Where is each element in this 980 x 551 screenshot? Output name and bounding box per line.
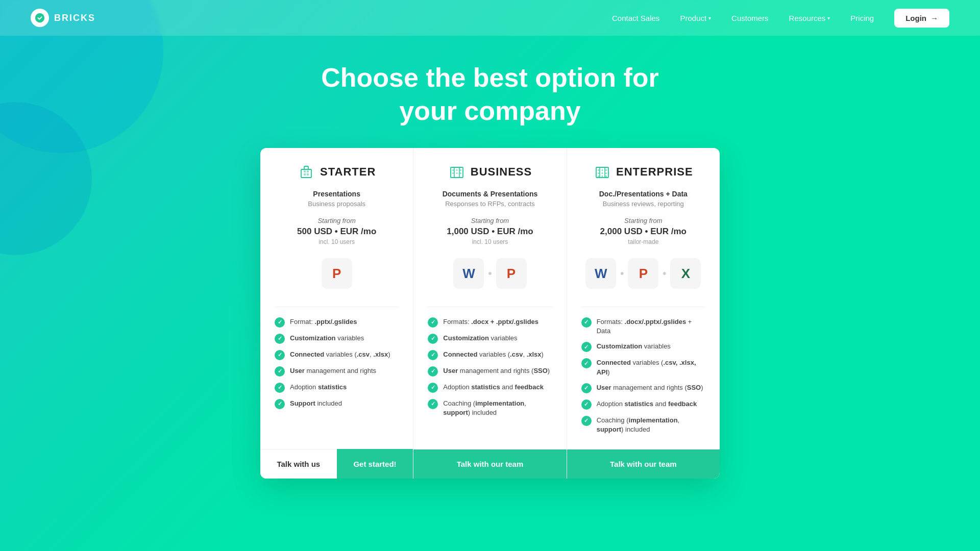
starter-features: Format: .pptx/.gslides Customization var… — [275, 312, 399, 414]
business-footer: Talk with our team — [413, 449, 566, 479]
check-icon — [581, 383, 592, 393]
enterprise-header: ENTERPRISE — [581, 163, 705, 181]
business-talk-button[interactable]: Talk with our team — [413, 449, 566, 479]
check-icon — [275, 399, 285, 409]
building-medium-icon — [448, 163, 465, 181]
svg-rect-11 — [456, 169, 457, 171]
feature-item: Adoption statistics and feedback — [428, 383, 552, 393]
feature-item: Customization variables — [428, 334, 552, 344]
resources-chevron-icon: ▾ — [827, 15, 830, 21]
nav-customers[interactable]: Customers — [731, 14, 769, 22]
svg-rect-2 — [304, 166, 308, 169]
main-content: Choose the best option for your company … — [0, 36, 980, 479]
feature-item: Format: .pptx/.gslides — [275, 317, 399, 328]
check-icon — [428, 399, 438, 409]
starter-title: STARTER — [320, 165, 376, 179]
starter-header: STARTER — [275, 163, 399, 181]
starter-app-icons: P — [275, 256, 399, 291]
enterprise-word-icon: W — [585, 258, 616, 289]
enterprise-app-icons: W • P • X — [581, 256, 705, 291]
navbar: BRICKS Contact Sales Product ▾ Customers… — [0, 0, 980, 36]
svg-rect-4 — [307, 173, 309, 176]
starter-get-started-button[interactable]: Get started! — [337, 449, 413, 479]
feature-item: Formats: .docx + .pptx/.gslides — [428, 317, 552, 328]
check-icon — [275, 383, 285, 393]
feature-item: Adoption statistics — [275, 383, 399, 393]
svg-rect-15 — [460, 172, 461, 174]
check-icon — [428, 334, 438, 344]
check-icon — [428, 317, 438, 328]
enterprise-excel-icon: X — [670, 258, 701, 289]
business-title: BUSINESS — [471, 165, 532, 179]
enterprise-talk-button[interactable]: Talk with our team — [567, 449, 720, 479]
starter-footer: Talk with us Get started! — [260, 449, 413, 479]
check-icon — [428, 366, 438, 377]
pricing-cards: STARTER Presentations Business proposals… — [260, 148, 720, 479]
check-icon — [581, 342, 592, 352]
business-features: Formats: .docx + .pptx/.gslides Customiz… — [428, 312, 552, 422]
svg-rect-24 — [605, 172, 607, 174]
enterprise-pricing-users: tailor-made — [581, 238, 705, 245]
starter-divider — [275, 307, 399, 307]
svg-rect-14 — [456, 172, 457, 174]
feature-item: Customization variables — [275, 334, 399, 344]
svg-rect-21 — [605, 169, 607, 171]
starter-pricing-users: incl. 10 users — [275, 238, 399, 245]
enterprise-subtitle: Doc./Presentations + Data — [581, 190, 705, 198]
building-large-icon — [594, 163, 611, 181]
hero-title: Choose the best option for your company — [321, 61, 659, 128]
business-card: BUSINESS Documents & Presentations Respo… — [413, 148, 567, 479]
business-card-body: BUSINESS Documents & Presentations Respo… — [413, 148, 566, 449]
nav-pricing[interactable]: Pricing — [850, 14, 874, 22]
check-icon — [275, 334, 285, 344]
enterprise-desc: Business reviews, reporting — [581, 200, 705, 208]
starter-talk-button[interactable]: Talk with us — [260, 449, 337, 479]
business-pricing-users: incl. 10 users — [428, 238, 552, 245]
feature-item: Connected variables (.csv, .xlsx, API) — [581, 358, 705, 377]
starter-desc: Business proposals — [275, 200, 399, 208]
svg-rect-19 — [598, 169, 599, 171]
business-word-icon: W — [453, 258, 484, 289]
feature-item: User management and rights — [275, 366, 399, 377]
feature-item: Adoption statistics and feedback — [581, 399, 705, 410]
check-icon — [275, 317, 285, 328]
enterprise-card-body: ENTERPRISE Doc./Presentations + Data Bus… — [567, 148, 720, 449]
nav-contact-sales[interactable]: Contact Sales — [612, 14, 659, 22]
product-chevron-icon: ▾ — [708, 15, 711, 21]
check-icon — [275, 366, 285, 377]
starter-pricing-amount: 500 USD • EUR /mo — [275, 227, 399, 237]
feature-item: Formats: .docx/.pptx/.gslides + Data — [581, 317, 705, 336]
svg-rect-20 — [602, 169, 603, 171]
nav-product[interactable]: Product ▾ — [680, 14, 711, 22]
svg-rect-12 — [460, 169, 461, 171]
svg-rect-5 — [304, 170, 306, 172]
check-icon — [581, 358, 592, 368]
starter-card-body: STARTER Presentations Business proposals… — [260, 148, 413, 449]
dot-separator: • — [488, 268, 492, 280]
business-pricing-label: Starting from — [428, 217, 552, 224]
business-ppt-icon: P — [496, 258, 527, 289]
feature-item: Support included — [275, 399, 399, 409]
check-icon — [581, 416, 592, 426]
svg-rect-22 — [598, 172, 599, 174]
svg-rect-13 — [452, 172, 454, 174]
feature-item: Coaching (implementation, support) inclu… — [581, 416, 705, 434]
enterprise-ppt-icon: P — [628, 258, 658, 289]
dot-separator: • — [663, 268, 666, 280]
check-icon — [275, 350, 285, 360]
starter-ppt-icon: P — [322, 258, 352, 289]
building-small-icon — [298, 163, 315, 181]
svg-rect-6 — [307, 170, 309, 172]
check-icon — [581, 399, 592, 410]
starter-card: STARTER Presentations Business proposals… — [260, 148, 413, 479]
logo-text: BRICKS — [54, 13, 95, 23]
svg-rect-25 — [598, 176, 599, 177]
arrow-icon: → — [930, 14, 938, 22]
svg-rect-26 — [602, 176, 603, 177]
login-button[interactable]: Login → — [894, 9, 949, 28]
logo-icon — [31, 9, 49, 27]
logo[interactable]: BRICKS — [31, 9, 95, 27]
business-subtitle: Documents & Presentations — [428, 190, 552, 198]
check-icon — [428, 383, 438, 393]
nav-resources[interactable]: Resources ▾ — [789, 14, 830, 22]
